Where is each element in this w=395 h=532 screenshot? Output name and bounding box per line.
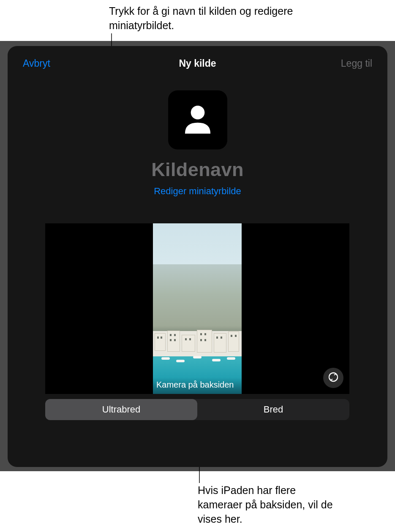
camera-lens-segmented[interactable]: Ultrabred Bred bbox=[45, 399, 349, 420]
person-icon bbox=[180, 101, 216, 139]
svg-point-0 bbox=[191, 106, 204, 119]
callout-top: Trykk for å gi navn til kilden og redige… bbox=[109, 4, 303, 33]
flip-camera-button[interactable] bbox=[323, 368, 343, 388]
camera-preview: Kamera på baksiden bbox=[45, 223, 349, 394]
add-button[interactable]: Legg til bbox=[341, 58, 372, 69]
camera-label: Kamera på baksiden bbox=[153, 377, 242, 394]
cancel-button[interactable]: Avbryt bbox=[23, 58, 50, 69]
edit-thumbnail-link[interactable]: Rediger miniatyrbilde bbox=[8, 186, 387, 197]
segment-wide[interactable]: Bred bbox=[197, 399, 349, 420]
thumbnail-tile[interactable] bbox=[168, 90, 227, 149]
source-header: Kildenavn Rediger miniatyrbilde bbox=[8, 90, 387, 197]
callout-bottom: Hvis iPaden har flere kameraer på baksid… bbox=[198, 483, 341, 526]
source-name-field[interactable]: Kildenavn bbox=[8, 159, 387, 181]
camera-preview-image: Kamera på baksiden bbox=[153, 223, 242, 394]
dialog-title: Ny kilde bbox=[8, 58, 387, 69]
dialog-nav: Avbryt Ny kilde Legg til bbox=[8, 46, 387, 69]
new-source-dialog: Avbryt Ny kilde Legg til Kildenavn Redig… bbox=[8, 46, 387, 467]
flip-camera-icon bbox=[327, 371, 340, 385]
segment-ultrawide[interactable]: Ultrabred bbox=[45, 399, 197, 420]
